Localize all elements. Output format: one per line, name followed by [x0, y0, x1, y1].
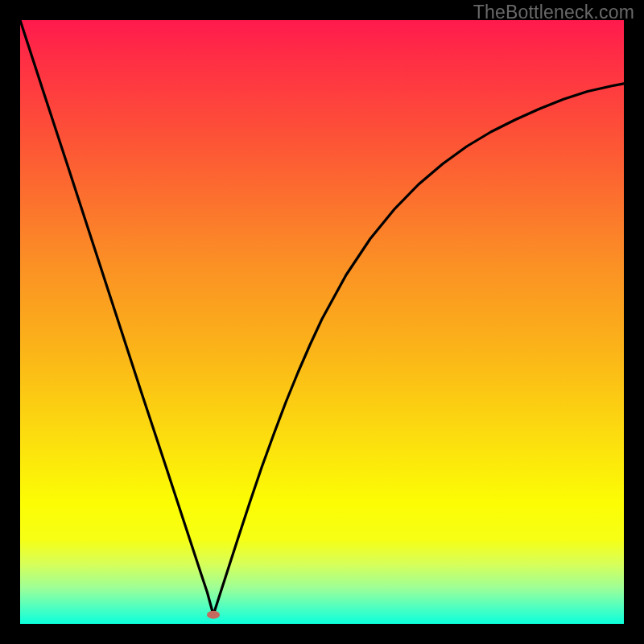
minimum-marker — [207, 611, 220, 619]
chart-frame: TheBottleneck.com — [0, 0, 644, 644]
watermark-text: TheBottleneck.com — [473, 2, 634, 23]
bottleneck-chart — [20, 20, 624, 624]
